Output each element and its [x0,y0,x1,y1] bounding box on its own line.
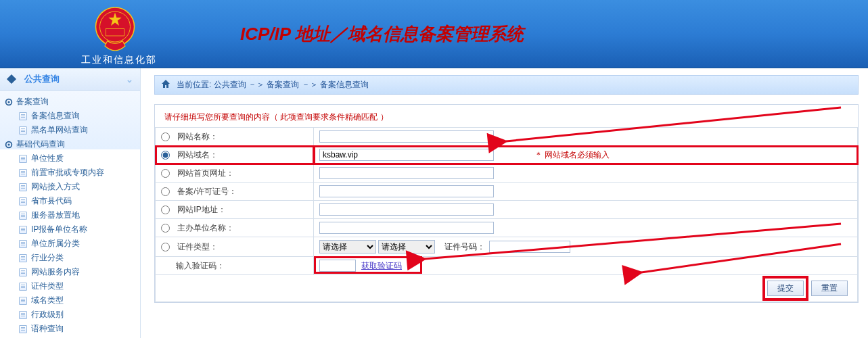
page-icon [19,155,27,163]
gear-icon [4,97,14,107]
sidebar-item[interactable]: 单位性质 [4,151,137,166]
home_url-input[interactable] [319,167,494,179]
sidebar-item[interactable]: 省市县代码 [4,194,137,208]
page-icon [19,325,27,333]
sidebar-item-label: 证件类型 [31,281,64,292]
page-icon [19,226,27,234]
sidebar-item[interactable]: 网站接入方式 [4,180,137,194]
required-hint: ＊ 网站域名必须输入 [534,150,610,160]
cert-type-select-1[interactable]: 请选择 [319,240,376,254]
field-radio-site_name[interactable] [161,132,170,141]
form-row-label[interactable]: 网站域名： [156,146,314,164]
field-radio-org_name[interactable] [161,224,170,233]
home-icon [160,78,171,91]
ip-input[interactable] [319,203,494,216]
license_no-input[interactable] [319,185,494,197]
reset-button[interactable]: 重置 [811,281,848,296]
svg-point-7 [7,143,9,145]
query-form: 请仔细填写您所要查询的内容（ 此项查询要求条件精确匹配 ） 网站名称： 网站域名… [154,104,859,303]
site_name-input[interactable] [319,130,494,143]
page-icon [19,197,27,206]
form-row-label[interactable]: 备案/许可证号： [156,183,314,201]
gear-icon [4,140,14,149]
sidebar-item-label: 行政级别 [31,309,64,320]
sidebar-item-label: 网站接入方式 [31,181,80,193]
captcha-input[interactable] [320,260,355,271]
diamond-icon [7,74,16,84]
svg-point-5 [7,101,9,103]
page-icon [19,183,27,191]
form-row-label[interactable]: 网站IP地址： [156,201,314,219]
sidebar-item-label: 省市县代码 [31,195,72,207]
page-icon [19,112,27,120]
sidebar-item-label: 语种查询 [31,323,64,335]
sidebar-item[interactable]: 证件类型 [4,279,137,293]
page-icon [19,311,27,319]
get-captcha-link[interactable]: 获取验证码 [361,261,402,270]
sidebar-group[interactable]: 备案查询 [4,95,137,109]
chevron-down-icon: ⌄ [126,74,133,84]
submit-button[interactable]: 提交 [767,281,804,296]
sidebar-item-label: 备案信息查询 [31,110,80,122]
sidebar-item[interactable]: 网站服务内容 [4,265,137,279]
sidebar-item[interactable]: 行政级别 [4,308,137,322]
page-icon [19,254,27,262]
sidebar-item[interactable]: 语种查询 [4,322,137,336]
sidebar-item[interactable]: 黑名单网站查询 [4,123,137,137]
sidebar-tree: 备案查询备案信息查询黑名单网站查询基础代码查询单位性质前置审批或专项内容网站接入… [0,91,140,338]
field-radio-cert[interactable] [161,243,170,251]
sidebar-item-label: 单位性质 [31,153,64,164]
page-icon [19,126,27,135]
captcha-input-box [319,260,356,272]
cert-type-select-2[interactable]: 请选择 [378,240,435,254]
svg-rect-3 [106,29,124,37]
form-row-label[interactable]: 网站首页网址： [156,164,314,183]
field-radio-license_no[interactable] [161,187,170,196]
page-icon [19,169,27,177]
form-row-value [314,128,858,146]
sidebar-item[interactable]: 备案信息查询 [4,109,137,123]
sidebar-item[interactable]: IP报备单位名称 [4,222,137,237]
captcha-cell: 获取验证码 [314,257,858,275]
sidebar-item[interactable]: 单位所属分类 [4,237,137,251]
sidebar-item-label: 行业分类 [31,252,64,264]
sidebar-group[interactable]: 基础代码查询 [4,137,137,151]
field-radio-home_url[interactable] [161,169,170,178]
sidebar-item[interactable]: 前置审批或专项内容 [4,166,137,180]
field-radio-domain[interactable] [161,151,170,160]
sidebar-header-label: 公共查询 [24,73,60,85]
sidebar-item-label: IP报备单位名称 [31,224,87,235]
org_name-input[interactable] [319,222,494,234]
page-icon [19,297,27,305]
form-row-value [314,183,858,201]
sidebar-item-label: 网站服务内容 [31,266,80,278]
form-row-label[interactable]: 网站名称： [156,128,314,146]
page-icon [19,212,27,220]
button-row: 提交 重置 [155,275,858,302]
national-emblem-icon [88,5,142,56]
sidebar-item-label: 服务器放置地 [31,210,80,221]
sidebar-item[interactable]: 服务器放置地 [4,208,137,222]
form-table: 网站名称： 网站域名：＊ 网站域名必须输入 网站首页网址： 备案/许可证号： 网… [155,127,858,275]
page-icon [19,240,27,248]
ministry-label: 工业和信息化部 [81,54,157,66]
form-row-value [314,219,858,237]
sidebar-item-label: 域名类型 [31,295,64,306]
cert-no-input[interactable] [489,241,570,253]
sidebar-header[interactable]: 公共查询 ⌄ [0,68,140,91]
field-radio-ip[interactable] [161,206,170,214]
sidebar-item[interactable]: 行业分类 [4,251,137,265]
cert-no-label: 证件号码： [444,242,485,251]
breadcrumb-text: 当前位置: 公共查询 －＞ 备案查询 －＞ 备案信息查询 [177,79,369,91]
form-row-value [314,164,858,183]
domain-input[interactable] [319,149,494,161]
form-row-label[interactable]: 主办单位名称： [156,219,314,237]
breadcrumb: 当前位置: 公共查询 －＞ 备案查询 －＞ 备案信息查询 [154,75,859,95]
form-row-value: ＊ 网站域名必须输入 [314,146,858,164]
form-row-label[interactable]: 证件类型： [156,237,314,257]
sidebar-item[interactable]: 域名类型 [4,293,137,308]
form-instructions: 请仔细填写您所要查询的内容（ 此项查询要求条件精确匹配 ） [155,105,858,127]
captcha-label-cell: 输入验证码： [156,257,314,275]
sidebar: 公共查询 ⌄ 备案查询备案信息查询黑名单网站查询基础代码查询单位性质前置审批或专… [0,68,141,338]
sidebar-item-label: 黑名单网站查询 [31,124,88,136]
